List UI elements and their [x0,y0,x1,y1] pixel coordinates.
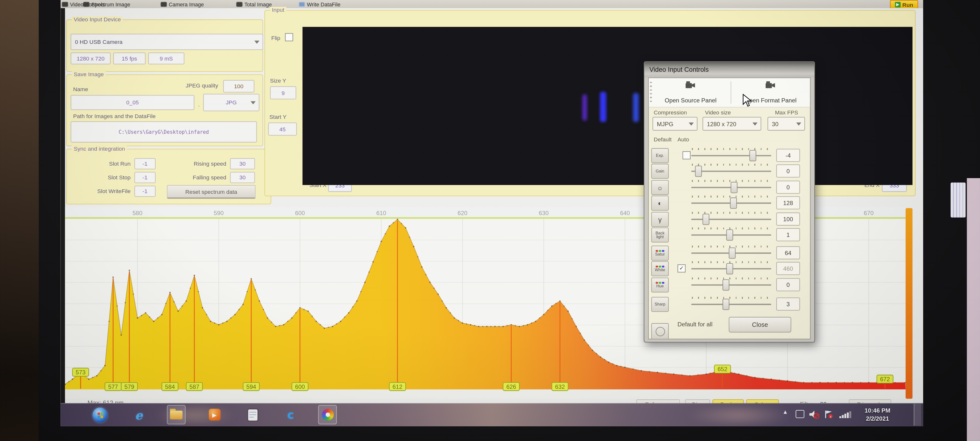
backlight-value[interactable]: 1 [776,228,800,241]
video-size-select[interactable]: 1280 x 720 [702,117,761,131]
backlight-button[interactable]: Back light [651,228,668,242]
wall-right [967,178,980,441]
exposure-badge: 9 mS [148,53,185,64]
brightness-button[interactable]: ☼ [651,180,668,195]
peak-label[interactable]: 672 [877,375,893,383]
backlight-slider-thumb[interactable] [726,229,733,240]
peak-label[interactable]: 600 [292,382,308,390]
gamma-slider-thumb[interactable] [702,213,709,225]
close-button[interactable]: Close [729,317,791,333]
dialog-titlebar[interactable]: Video Input Controls [644,62,815,78]
data-point [539,317,540,318]
peak-label[interactable]: 577 [105,382,121,390]
saturation-slider-thumb[interactable] [729,247,735,259]
contrast-button[interactable]: ◐ [651,196,668,210]
action-center-flag-icon[interactable]: x [824,410,832,418]
max-fps-select[interactable]: 30 [768,117,805,131]
peak-label[interactable]: 594 [243,382,259,390]
hue-value[interactable]: 0 [776,278,800,291]
gamma-value[interactable]: 100 [776,212,800,226]
default-for-all-button[interactable]: Default for all [678,321,713,328]
falling-speed-field[interactable]: 30 [230,172,255,183]
color-circle-button[interactable] [651,323,668,339]
gamma-button[interactable]: γ [651,212,668,227]
peak-label[interactable]: 612 [389,382,406,390]
data-point [385,233,386,234]
toolbar-item-spectrum-image[interactable]: Spectrum Image [83,0,130,8]
brightness-sun-icon: ☼ [657,185,663,189]
saturation-value[interactable]: 64 [776,246,800,260]
peak-label[interactable]: 652 [714,365,730,373]
exposure-slider-track[interactable] [691,155,771,156]
data-point [92,377,93,378]
white-balance-value[interactable]: 460 [776,262,800,275]
sharpness-value[interactable]: 3 [776,298,800,310]
contrast-slider-thumb[interactable] [730,197,737,209]
toolbar-item-write-datafile[interactable]: Write DataFile [299,0,340,8]
gain-button-label: Gain [655,169,664,174]
peak-label[interactable]: 632 [552,382,568,390]
sharpness-button[interactable]: Sharp [651,297,668,312]
gain-slider-track[interactable] [691,170,771,172]
sharpness-slider-thumb[interactable] [722,299,729,310]
exposure-button[interactable]: Exp. [651,148,668,163]
muted-speaker-icon[interactable] [810,411,818,418]
slot-stop-field[interactable]: -1 [134,172,156,183]
gain-value[interactable]: 0 [776,164,800,178]
rising-speed-field[interactable]: 30 [230,158,255,169]
data-point [438,293,439,295]
hue-button[interactable]: Hue [651,278,668,293]
slot-writefile-field[interactable]: -1 [134,186,156,197]
name-field[interactable]: 0_05 [70,95,194,110]
white-balance-button[interactable]: White [651,261,668,276]
toolbar-item-camera-image[interactable]: Camera Image [161,0,204,8]
hue-slider-track[interactable] [691,285,771,286]
camera-select[interactable]: 0 HD USB Camera [70,34,263,50]
jpeg-quality-field[interactable]: 100 [223,80,255,92]
reset-spectrum-button[interactable]: Reset spectrum data [167,185,256,199]
folder-icon-slot[interactable] [167,405,186,424]
start-button[interactable] [92,408,108,422]
brightness-value[interactable]: 0 [776,181,800,194]
document-icon-slot[interactable] [243,405,262,424]
hue-slider-thumb[interactable] [722,279,729,291]
peak-label[interactable]: 584 [162,382,178,390]
exposure-value[interactable]: -4 [776,149,800,162]
exposure-slider-thumb[interactable] [749,150,756,161]
gain-button[interactable]: Gain [651,164,668,178]
hue-button-label: Hue [656,285,664,289]
spectrometer-app-icon-slot[interactable] [318,405,337,424]
peak-label[interactable]: 626 [503,382,519,390]
slot-run-field[interactable]: -1 [134,158,156,169]
browser-icon-slot[interactable]: c [281,405,300,424]
start-y-field[interactable]: 45 [268,123,297,136]
saturation-button[interactable]: Satur [651,246,668,261]
path-field[interactable]: C:\Users\GaryG\Desktop\infared [70,121,257,143]
size-y-field[interactable]: 9 [270,86,296,99]
white-balance-slider-thumb[interactable] [726,263,733,274]
data-point [340,321,341,322]
exposure-checkbox[interactable] [682,151,690,159]
slot-writefile-label: Slot WriteFile [89,188,130,194]
ie-icon-slot[interactable]: e [129,405,148,424]
compression-select[interactable]: MJPG [652,117,697,131]
peak-label[interactable]: 587 [186,382,202,390]
peak-label[interactable]: 579 [121,382,137,390]
network-signal-icon[interactable] [839,411,851,418]
open-source-panel-button[interactable]: Open Source Panel [652,80,729,106]
white-balance-checkbox[interactable]: ✓ [678,264,686,272]
tray-window-icon[interactable] [795,410,804,418]
toolbar-item-total-image[interactable]: Total Image [236,0,272,8]
data-point [198,291,199,292]
show-desktop-button[interactable] [914,404,921,425]
tray-expand-arrow[interactable]: ▲ [783,409,788,415]
sharpness-slider-track[interactable] [691,304,771,305]
media-player-icon-slot[interactable]: ▶ [205,405,224,424]
peak-label[interactable]: 573 [73,368,89,376]
brightness-slider-thumb[interactable] [730,182,737,193]
contrast-value[interactable]: 128 [776,196,800,210]
extension-select[interactable]: JPG [203,94,259,111]
gain-slider-thumb[interactable] [695,166,702,177]
flip-checkbox[interactable] [285,33,293,41]
taskbar-clock[interactable]: 10:46 PM 2/2/2021 [861,406,894,422]
